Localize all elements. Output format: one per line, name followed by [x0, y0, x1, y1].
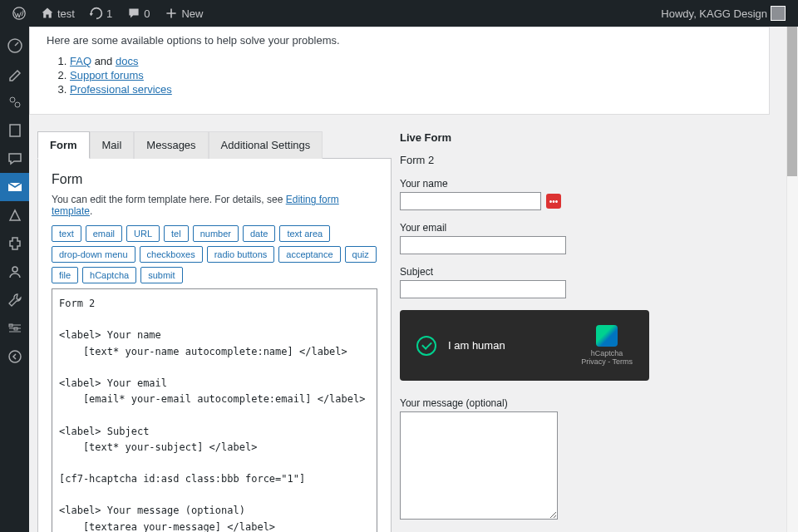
- tag-tel[interactable]: tel: [164, 225, 189, 242]
- sidebar-settings[interactable]: [0, 314, 29, 342]
- tag-text-area[interactable]: text area: [279, 225, 330, 242]
- hcaptcha-check-icon: [416, 336, 436, 356]
- email-label: Your email: [400, 222, 770, 234]
- docs-link[interactable]: docs: [116, 55, 138, 67]
- updates-count: 1: [106, 7, 112, 20]
- sidebar-media[interactable]: [0, 88, 29, 116]
- pro-link[interactable]: Professional services: [70, 83, 172, 96]
- field-email: Your email: [400, 222, 770, 254]
- tag-URL[interactable]: URL: [126, 225, 160, 242]
- howdy-text: Howdy, KAGG Design: [661, 7, 767, 20]
- help-item-pro: Professional services: [70, 83, 752, 96]
- left-column: Form Mail Messages Additional Settings F…: [37, 131, 392, 532]
- sidebar-posts[interactable]: [0, 60, 29, 88]
- main-content: Here are some available options to help …: [29, 27, 786, 532]
- help-intro: Here are some available options to help …: [47, 34, 752, 47]
- editor-columns: Form Mail Messages Additional Settings F…: [29, 131, 786, 532]
- svg-point-3: [15, 102, 20, 107]
- field-name: Your name •••: [400, 178, 770, 210]
- wp-logo[interactable]: [7, 0, 32, 27]
- name-label: Your name: [400, 178, 770, 190]
- subject-label: Subject: [400, 266, 770, 278]
- tab-bar: Form Mail Messages Additional Settings: [37, 131, 392, 159]
- subject-input[interactable]: [400, 280, 566, 298]
- form-panel: Form You can edit the form template here…: [37, 158, 392, 532]
- page-scrollbar[interactable]: [786, 27, 798, 532]
- tag-quiz[interactable]: quiz: [345, 246, 377, 263]
- svg-point-6: [12, 267, 17, 272]
- sidebar-plugins[interactable]: [0, 229, 29, 258]
- tag-file[interactable]: file: [52, 267, 78, 283]
- admin-toolbar: test 1 0 New Howdy, KAGG Design: [0, 0, 798, 27]
- live-form-heading: Live Form: [400, 131, 770, 144]
- new-content-link[interactable]: New: [159, 0, 209, 27]
- tag-checkboxes[interactable]: checkboxes: [140, 246, 203, 263]
- field-message: Your message (optional): [400, 397, 770, 522]
- scroll-thumb[interactable]: [787, 27, 797, 176]
- faq-link[interactable]: FAQ: [70, 55, 91, 67]
- field-subject: Subject: [400, 266, 770, 298]
- toolbar-right: Howdy, KAGG Design: [655, 0, 791, 27]
- support-link[interactable]: Support forums: [70, 69, 144, 81]
- toolbar-left: test 1 0 New: [7, 0, 209, 27]
- svg-rect-4: [10, 125, 20, 136]
- help-panel: Here are some available options to help …: [29, 27, 770, 115]
- help-item-faq: FAQ and docs: [70, 55, 752, 67]
- sidebar-appearance[interactable]: [0, 201, 29, 229]
- tag-email[interactable]: email: [86, 225, 122, 242]
- email-input[interactable]: [400, 236, 566, 254]
- tag-date[interactable]: date: [243, 225, 275, 242]
- tag-number[interactable]: number: [193, 225, 239, 242]
- tab-form[interactable]: Form: [37, 131, 90, 159]
- hcaptcha-text: I am human: [448, 339, 505, 352]
- tab-mail[interactable]: Mail: [90, 131, 135, 159]
- right-column: Live Form Form 2 Your name ••• Your emai…: [400, 131, 770, 532]
- comments-link[interactable]: 0: [121, 0, 155, 27]
- site-name-link[interactable]: test: [35, 0, 81, 27]
- tag-text[interactable]: text: [52, 225, 81, 242]
- site-name: test: [57, 7, 75, 20]
- help-item-support: Support forums: [70, 69, 752, 81]
- tag-radio-buttons[interactable]: radio buttons: [207, 246, 275, 263]
- svg-point-2: [10, 97, 15, 102]
- sidebar-collapse[interactable]: [0, 342, 29, 371]
- hcaptcha-logo-icon: [596, 325, 618, 347]
- account-link[interactable]: Howdy, KAGG Design: [655, 0, 791, 27]
- svg-point-9: [9, 351, 21, 362]
- hcaptcha-widget[interactable]: I am human hCaptcha Privacy - Terms: [400, 310, 649, 381]
- avatar: [771, 6, 786, 21]
- sidebar-contact[interactable]: [0, 173, 29, 201]
- message-label: Your message (optional): [400, 397, 770, 409]
- tag-submit[interactable]: submit: [140, 267, 182, 283]
- sidebar-users[interactable]: [0, 258, 29, 286]
- new-label: New: [181, 7, 203, 20]
- tag-hCaptcha[interactable]: hCaptcha: [82, 267, 136, 283]
- name-input[interactable]: [400, 192, 541, 210]
- panel-hint: You can edit the form template here. For…: [52, 194, 377, 217]
- comments-count: 0: [144, 7, 150, 20]
- message-textarea[interactable]: [400, 411, 558, 520]
- panel-heading: Form: [52, 172, 377, 187]
- tag-drop-down-menu[interactable]: drop-down menu: [52, 246, 135, 263]
- sidebar-pages[interactable]: [0, 116, 29, 145]
- sidebar-comments[interactable]: [0, 145, 29, 173]
- tab-messages[interactable]: Messages: [134, 131, 208, 159]
- updates-link[interactable]: 1: [84, 0, 118, 27]
- sidebar-tools[interactable]: [0, 286, 29, 314]
- form-code-editor[interactable]: [52, 288, 377, 532]
- sidebar-dashboard[interactable]: [0, 32, 29, 60]
- tag-acceptance[interactable]: acceptance: [278, 246, 340, 263]
- tab-additional[interactable]: Additional Settings: [209, 131, 323, 159]
- tag-buttons: textemailURLtelnumberdatetext areadrop-d…: [52, 225, 377, 283]
- admin-sidebar: [0, 27, 29, 532]
- live-form-title: Form 2: [400, 154, 770, 166]
- required-badge: •••: [546, 194, 561, 209]
- hcaptcha-logo: hCaptcha Privacy - Terms: [581, 325, 633, 366]
